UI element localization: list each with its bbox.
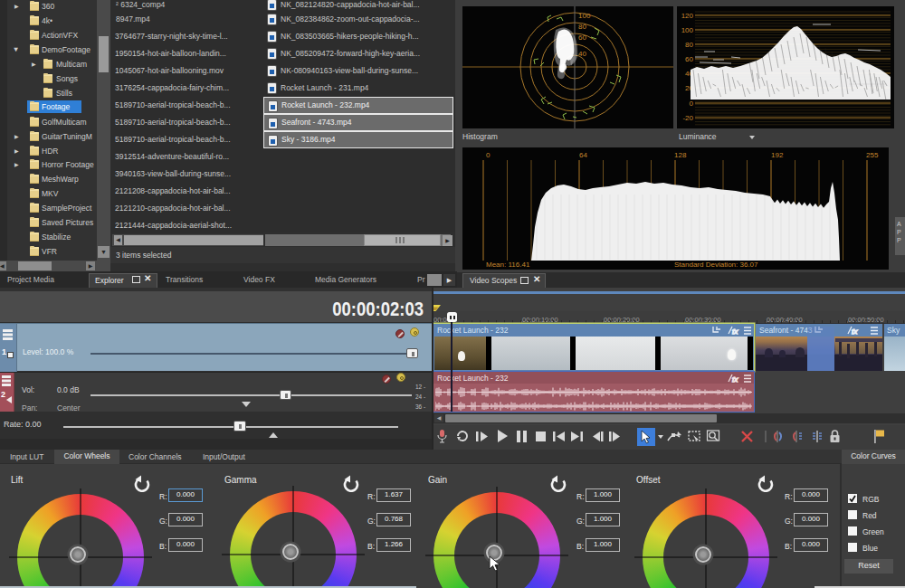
svg-text:0: 0 bbox=[690, 100, 694, 108]
svg-text:Mean: 116.41: Mean: 116.41 bbox=[486, 261, 530, 269]
svg-text:fx: fx bbox=[732, 375, 738, 384]
svg-text:60: 60 bbox=[685, 55, 693, 63]
svg-text:192: 192 bbox=[771, 151, 784, 159]
svg-text:40: 40 bbox=[578, 50, 586, 58]
svg-text:Standard Deviation: 36.07: Standard Deviation: 36.07 bbox=[674, 261, 758, 269]
svg-text:80: 80 bbox=[578, 23, 586, 31]
svg-text:80: 80 bbox=[685, 41, 693, 49]
svg-text:255: 255 bbox=[866, 151, 879, 159]
svg-text:fx: fx bbox=[852, 327, 858, 336]
svg-text:0: 0 bbox=[486, 151, 491, 159]
svg-text:120: 120 bbox=[681, 12, 694, 20]
svg-text:128: 128 bbox=[674, 151, 687, 159]
svg-text:-20: -20 bbox=[682, 114, 693, 122]
svg-text:100: 100 bbox=[578, 12, 591, 20]
svg-text:fx: fx bbox=[732, 327, 738, 336]
svg-text:64: 64 bbox=[579, 151, 587, 159]
svg-text:60: 60 bbox=[578, 33, 586, 42]
svg-text:100: 100 bbox=[681, 26, 694, 34]
